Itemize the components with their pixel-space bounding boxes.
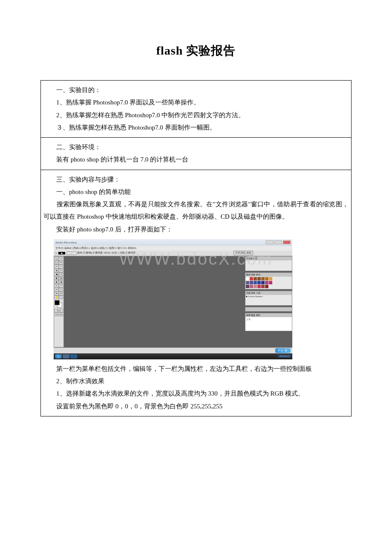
explorer-icon[interactable] [63,354,69,358]
ps-canvas[interactable] [64,256,243,347]
color-panel[interactable]: 颜色 色板 样式 [245,272,292,289]
layers-panel-header[interactable]: 图层 通道 路径 [245,313,292,317]
brush-tool[interactable]: ✎ [59,269,63,272]
color-swatch[interactable] [246,277,249,280]
screenmode-toggle[interactable]: ▭▭▭ [55,312,63,316]
heading-environment: 二、实验环境： [41,141,351,153]
minimize-button[interactable] [266,240,274,244]
heading-steps: 三、实验内容与步骤： [41,173,351,186]
move-tool[interactable]: ↗ [59,257,63,261]
color-swatch[interactable] [250,277,253,280]
color-swatch[interactable] [250,281,253,284]
quickmask-toggle[interactable]: ◫◫ [55,309,63,312]
ps-options-bar[interactable]: □· ■ □□□□ 模式: 不透明 ▸ 不透明度 100% □ 自动 □ 消除 … [54,251,292,256]
hand-tool[interactable]: ✋ [55,295,59,299]
color-swatch[interactable] [246,281,249,284]
shape-tool[interactable]: ▢ [59,288,63,292]
color-swatch[interactable] [269,281,272,284]
color-swatch[interactable] [257,285,261,288]
steps-subheading: 一、photo shop 的简单功能 [41,186,351,198]
steps-install-text: 安装好 photo shop7.0 后，打开界面如下： [41,223,351,236]
objective-item-2: 2、熟练掌握怎样在熟悉 Photoshop7.0 中制作光芒四射文字的方法。 [41,109,351,121]
gradient-tool[interactable]: ▤ [59,276,63,280]
type-tool[interactable]: T [59,284,63,288]
wand-tool[interactable]: ✦ [59,261,63,265]
ime-indicator[interactable]: 中文,″首’ [275,348,291,353]
history-panel-header[interactable]: 历史 动作 工具 [245,291,292,295]
ps-toolbox: ▭↗ ◯✦ ✂⌗ ◍✎ ▣↺ ◧▤ ◐◑ ↖T ✒▢ ✉✣ ✋🔍 ◫◫ [54,256,64,347]
zoom-tool[interactable]: 🔍 [59,295,63,299]
photoshop-screenshot: Adobe Photoshop 文件(F) 编辑(E) 图象(I) 图层(L) … [54,239,292,359]
environment-text: 装有 photo shop 的计算机一台 7.0 的计算机一台 [41,153,351,166]
navigator-panel-body [245,260,292,271]
notes-tool[interactable]: ✉ [55,292,59,295]
swatch-grid[interactable] [245,277,292,289]
ps-titlebar: Adobe Photoshop [54,239,292,246]
color-swatch[interactable] [250,285,253,288]
navigator-panel[interactable]: 导航器 信息 [245,256,292,271]
layers-panel-body[interactable]: 正常 [245,317,292,331]
history-panel[interactable]: 历史 动作 工具 ■ Circular Rainbow [245,291,292,306]
maximize-button[interactable] [274,240,282,244]
color-swatch[interactable] [246,285,249,288]
foreground-color-swatch[interactable] [55,300,60,305]
color-swatch[interactable] [265,277,268,280]
slice-tool[interactable]: ⌗ [59,265,63,269]
objective-item-1: 1、熟练掌握 Photoshop7.0 界面以及一些简单操作。 [41,96,351,109]
layers-small-header[interactable] [245,307,292,311]
history-brush-tool[interactable]: ↺ [59,272,63,276]
photoshop-task-icon[interactable] [70,354,77,358]
color-panel-header[interactable]: 颜色 色板 样式 [245,273,292,277]
ps-body: ▭↗ ◯✦ ✂⌗ ◍✎ ▣↺ ◧▤ ◐◑ ↖T ✒▢ ✉✣ ✋🔍 ◫◫ [54,256,292,347]
steps-search-text: 搜索图像既形象又直观，不再是只能按文件名搜索。在"文件浏览器"窗口中，借助易于查… [43,201,349,220]
layout-desc-text: 第一栏为菜单栏包括文件，编辑等，下一栏为属性栏，左边为工具栏，右边为一些控制面板 [56,365,312,372]
steps-waterdrop-step1: 1、选择新建名为水滴效果的文件，宽度以及高度均为 330，并且颜色模式为 RGB… [41,387,351,400]
color-swatch[interactable] [261,277,265,280]
color-swatch[interactable] [265,281,268,284]
file-browser-tab[interactable]: 文件浏览 画笔 [233,251,253,255]
color-swatch[interactable] [261,281,265,284]
window-controls [266,240,291,244]
color-swatch[interactable] [254,281,257,284]
lasso-tool[interactable]: ◯ [55,261,59,265]
opt-tool-indicator: □· [55,252,58,254]
opt-mode-boxes[interactable]: □□□□ [67,251,77,255]
eraser-tool[interactable]: ◧ [55,276,59,280]
heal-tool[interactable]: ◍ [55,269,59,272]
color-picker[interactable] [55,300,63,309]
layers-small-panel[interactable] [245,307,292,312]
crop-tool[interactable]: ✂ [55,265,59,269]
opt-flow-label: □ 自动 □ 消除 不透明度 [110,251,135,255]
steps-layout-description: 第一栏为菜单栏包括文件，编辑等，下一栏为属性栏，左边为工具栏，右边为一些控制面板 [41,363,351,375]
opt-color-swatch[interactable]: ■ [58,252,65,254]
windows-taskbar: 2012/05/15 [54,353,292,359]
marquee-tool[interactable]: ▭ [55,257,59,261]
stamp-tool[interactable]: ▣ [55,272,59,276]
layers-panel[interactable]: 图层 通道 路径 正常 [245,313,292,331]
color-swatch[interactable] [269,277,272,280]
steps-waterdrop-heading: 2、制作水滴效果 [41,375,351,387]
ps-menubar[interactable]: 文件(F) 编辑(E) 图象(I) 图层(L) 选择(S) 滤镜(T) 视图(V… [54,246,292,251]
navigator-panel-header[interactable]: 导航器 信息 [245,257,292,260]
section-steps: 三、实验内容与步骤： 一、photo shop 的简单功能 搜索图像既形象又直观… [41,170,351,416]
opt-opacity-label: 不透明 [83,251,91,255]
history-panel-body: ■ Circular Rainbow [245,295,292,305]
color-swatch[interactable] [254,277,257,280]
color-swatch[interactable] [254,285,257,288]
path-tool[interactable]: ↖ [55,284,59,288]
dodge-tool[interactable]: ◑ [59,280,63,284]
color-swatch[interactable] [257,281,261,284]
opt-opacity-value[interactable]: ▸ 不透明度 100% [91,251,110,255]
document-title: flash 实验报告 [40,43,352,59]
start-button[interactable] [55,354,62,358]
color-swatch[interactable] [261,285,265,288]
color-swatch[interactable] [257,277,261,280]
objective-item-3: ３、熟练掌握怎样在熟悉 Photoshop7.0 界面制作一幅图。 [41,121,351,134]
eyedropper-tool[interactable]: ✣ [59,292,63,295]
close-button[interactable] [283,240,291,244]
system-tray[interactable]: 2012/05/15 [278,355,291,358]
color-swatch[interactable] [265,285,268,288]
taskbar-left [55,354,77,358]
blur-tool[interactable]: ◐ [55,280,59,284]
pen-tool[interactable]: ✒ [55,288,59,292]
